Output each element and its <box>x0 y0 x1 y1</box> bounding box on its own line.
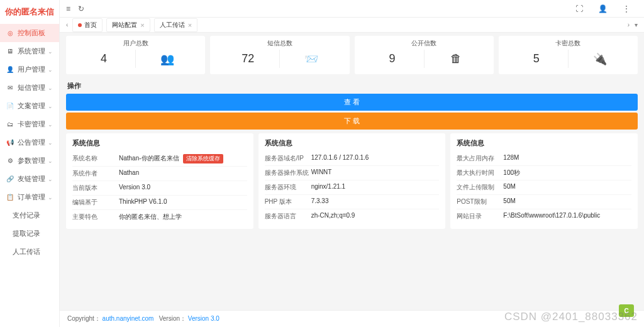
sidebar-item[interactable]: ◎控制面板 <box>0 24 59 42</box>
info-value: 127.0.1.6 / 127.0.1.6 <box>311 154 369 163</box>
menu-item-icon: 📋 <box>6 194 14 201</box>
tab-dropdown-icon[interactable]: ▾ <box>632 21 640 28</box>
fullscreen-icon[interactable]: ⛶ <box>575 4 583 13</box>
info-card: 系统信息最大占用内存128M最大执行时间100秒文件上传限制50MPOST限制5… <box>450 133 638 229</box>
menu-item-label: 控制面板 <box>18 28 45 38</box>
menu-item-label: 参数管理 <box>18 156 45 165</box>
tab-label: 网站配置 <box>112 21 137 30</box>
info-item: POST限制50M <box>457 195 631 209</box>
tab-home[interactable]: 首页 <box>72 18 103 32</box>
close-icon[interactable]: × <box>188 21 192 29</box>
chevron-down-icon: ⌄ <box>48 121 53 128</box>
sidebar-item[interactable]: 📢公告管理⌄ <box>0 133 59 152</box>
footer-link[interactable]: auth.nanyinet.com <box>103 315 154 322</box>
info-row: 系统信息系统名称Nathan-你的匿名来信清除系统缓存系统作者Nathan当前版… <box>66 133 638 229</box>
tab-label: 人工传话 <box>160 21 185 30</box>
info-item: 服务器环境nginx/1.21.1 <box>265 180 440 195</box>
stat-card: 短信总数72📨 <box>210 36 349 74</box>
chevron-down-icon: ⌄ <box>48 176 53 182</box>
brand-logo: 你的匿名来信 <box>0 0 59 24</box>
tab-item[interactable]: 人工传话× <box>154 18 197 32</box>
sidebar-item[interactable]: 🔗友链管理⌄ <box>0 170 59 188</box>
chevron-down-icon: ⌄ <box>48 194 53 201</box>
chevron-down-icon: ⌄ <box>48 103 53 109</box>
stat-value: 4 <box>72 50 136 68</box>
tab-item[interactable]: 网站配置× <box>106 18 150 32</box>
stat-card: 卡密总数5🔌 <box>499 36 638 74</box>
user-icon[interactable]: 👤 <box>598 4 608 13</box>
info-item: 系统作者Nathan <box>72 167 247 181</box>
more-icon[interactable]: ⋮ <box>623 4 630 13</box>
view-button[interactable]: 查 看 <box>66 94 638 111</box>
footer-version[interactable]: Version 3.0 <box>188 315 219 322</box>
info-label: 网站目录 <box>457 212 503 221</box>
sidebar-subitem[interactable]: 人工传话 <box>0 243 59 261</box>
info-item: 服务器域名/IP127.0.1.6 / 127.0.1.6 <box>265 152 440 166</box>
stat-value: 5 <box>505 50 569 68</box>
sidebar-item[interactable]: ⚙参数管理⌄ <box>0 152 59 170</box>
info-item: 编辑基于ThinkPHP V6.1.0 <box>72 196 247 210</box>
menu-item-icon: ⚙ <box>6 157 14 165</box>
info-value: 128M <box>503 154 519 163</box>
menu-item-label: 用户管理 <box>18 65 45 74</box>
sidebar-item[interactable]: ✉短信管理⌄ <box>0 79 59 97</box>
menu-item-label: 文案管理 <box>18 101 45 111</box>
sidebar-item[interactable]: 🗂卡密管理⌄ <box>0 115 59 133</box>
info-card-title: 系统信息 <box>265 138 440 148</box>
sidebar-item[interactable]: 🖥系统管理⌄ <box>0 42 59 60</box>
info-label: 文件上传限制 <box>457 183 503 192</box>
info-value: WINNT <box>311 169 332 177</box>
info-value: nginx/1.21.1 <box>311 183 346 192</box>
download-button[interactable]: 下 载 <box>66 113 638 130</box>
stat-title: 公开信数 <box>361 39 487 50</box>
tab-prev-icon[interactable]: ‹ <box>64 21 70 28</box>
stat-icon: 🗑 <box>425 52 487 65</box>
refresh-icon[interactable]: ↻ <box>78 4 84 13</box>
stat-icon: 📨 <box>280 52 343 66</box>
info-item: 文件上传限制50M <box>457 180 631 195</box>
version-label: Version： <box>159 315 186 322</box>
sidebar-item[interactable]: 📋订单管理⌄ <box>0 188 59 206</box>
menu-item-label: 短信管理 <box>18 83 45 92</box>
topbar: ≡ ↻ ⛶ 👤 ⋮ <box>60 0 644 18</box>
info-label: 服务器域名/IP <box>265 154 311 163</box>
menu-item-icon: 👤 <box>6 66 14 74</box>
clear-cache-badge[interactable]: 清除系统缓存 <box>183 154 223 164</box>
menu-item-label: 卡密管理 <box>18 119 45 129</box>
info-value: Nathan-你的匿名来信清除系统缓存 <box>119 154 223 164</box>
info-label: 最大占用内存 <box>457 154 503 163</box>
footer: Copyright： auth.nanyinet.com Version： Ve… <box>60 310 644 327</box>
chevron-down-icon: ⌄ <box>48 48 53 55</box>
close-icon[interactable]: × <box>140 21 144 29</box>
info-card-title: 系统信息 <box>72 138 247 148</box>
info-card-title: 系统信息 <box>457 138 631 148</box>
content: 用户总数4👥短信总数72📨公开信数9🗑卡密总数5🔌 操作 查 看 下 载 系统信… <box>60 33 644 310</box>
menu-item-label: 公告管理 <box>18 138 45 147</box>
sidebar-subitem[interactable]: 提取记录 <box>0 224 59 243</box>
ops-section: 操作 查 看 下 载 <box>66 78 638 130</box>
info-card: 系统信息系统名称Nathan-你的匿名来信清除系统缓存系统作者Nathan当前版… <box>66 133 253 229</box>
info-item: 主要特色你的匿名来信、想上学 <box>72 210 247 224</box>
info-item: PHP 版本7.3.33 <box>265 195 440 209</box>
info-value: zh-CN,zh;q=0.9 <box>311 212 355 221</box>
stat-title: 卡密总数 <box>505 39 631 50</box>
info-value: 50M <box>503 183 515 192</box>
menu-toggle-icon[interactable]: ≡ <box>66 4 70 13</box>
info-label: 最大执行时间 <box>457 169 503 177</box>
info-item: 系统名称Nathan-你的匿名来信清除系统缓存 <box>72 152 247 167</box>
sidebar-item[interactable]: 👤用户管理⌄ <box>0 60 59 79</box>
menu-item-label: 支付记录 <box>13 211 40 220</box>
tab-next-icon[interactable]: › <box>625 21 632 28</box>
info-label: 服务器操作系统 <box>265 169 311 177</box>
main-area: ≡ ↻ ⛶ 👤 ⋮ ‹ 首页 网站配置×人工传话× › ▾ 用户总数4👥短信总数… <box>60 0 644 327</box>
menu-item-label: 人工传话 <box>13 247 40 257</box>
stats-row: 用户总数4👥短信总数72📨公开信数9🗑卡密总数5🔌 <box>66 36 638 74</box>
sidebar-item[interactable]: 📄文案管理⌄ <box>0 97 59 115</box>
stat-title: 短信总数 <box>216 39 343 50</box>
menu-item-icon: 🔗 <box>6 175 14 183</box>
sidebar-subitem[interactable]: 支付记录 <box>0 206 59 224</box>
menu-item-label: 系统管理 <box>18 47 45 56</box>
info-item: 服务器操作系统WINNT <box>265 166 440 180</box>
chevron-down-icon: ⌄ <box>48 158 53 164</box>
nav-menu: ◎控制面板🖥系统管理⌄👤用户管理⌄✉短信管理⌄📄文案管理⌄🗂卡密管理⌄📢公告管理… <box>0 24 59 327</box>
